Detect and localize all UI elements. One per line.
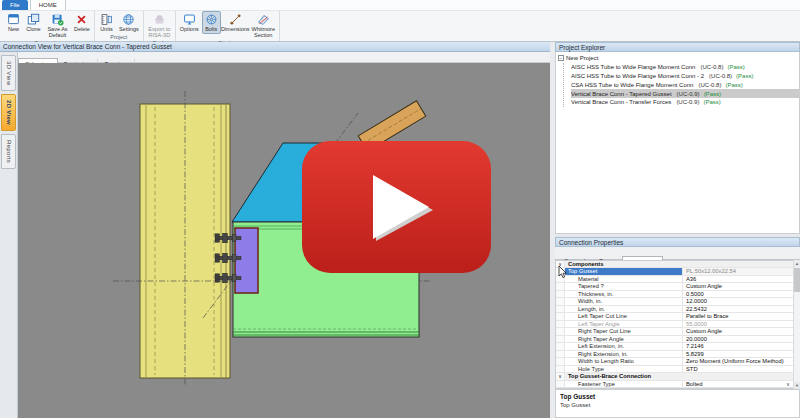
expander-chevron-icon[interactable]: ∨ [556, 261, 565, 267]
property-value[interactable]: 0.5000 [683, 291, 799, 297]
property-row-right-extension-in[interactable]: Right Extension, in.5.8299 [556, 351, 799, 358]
whitmore-section-icon [256, 13, 271, 26]
dock-tab-reports[interactable]: Reports [1, 134, 16, 169]
tree-item-aisc-hss-tube-to-wide-flange-moment-conn-2[interactable]: AISC HSS Tube to Wide Flange Moment Conn… [571, 72, 799, 81]
property-row-width-to-length-ratio[interactable]: Width to Length RatioZero Moment (Unifor… [556, 358, 799, 365]
export-to-risa-3d-button: Export to RISA-3D [146, 11, 173, 40]
property-description-body: Top Gusset [560, 402, 795, 408]
drawing-canvas[interactable] [18, 63, 550, 418]
property-grid-scrollbar[interactable]: ▲ ▼ [793, 260, 800, 389]
delete-button[interactable]: Delete [72, 11, 92, 34]
dock-tab-label: 3D View [6, 61, 12, 85]
tree-item-name: Vertical Brace Conn - Transfer Forces [571, 99, 671, 105]
property-row-top-gusset-brace-connection[interactable]: ∨Top Gusset-Brace Connection [556, 373, 799, 380]
dropdown-chevron-icon[interactable]: ∨ [786, 381, 790, 387]
row-gutter [556, 358, 565, 364]
property-row-fastener-type[interactable]: Fastener TypeBolted∨ [556, 381, 799, 388]
new-button[interactable]: New [4, 11, 23, 34]
property-value[interactable]: Custom Angle [683, 283, 799, 289]
tree-root-row[interactable]: −New Project [558, 54, 799, 63]
tree-item-status: (Pass) [725, 82, 742, 88]
options-button[interactable]: Options [178, 11, 201, 34]
left-dock-tab-strip: 3D View2D ViewReports [0, 52, 18, 418]
property-label: Components [565, 261, 799, 267]
tree-item-csa-hss-tube-to-wide-flange-moment-conn[interactable]: CSA HSS Tube to Wide Flange Moment Conn(… [571, 80, 799, 89]
property-row-components[interactable]: ∨Components [556, 261, 799, 268]
property-value[interactable]: A36 [683, 276, 799, 282]
ribbon: FileHOME NewCloneSave As DefaultDeleteCo… [0, 0, 800, 42]
property-row-width-in[interactable]: Width, in.12.0000 [556, 298, 799, 305]
property-label: Top Gusset [565, 268, 683, 274]
property-value[interactable]: 20.0000 [683, 336, 799, 342]
property-row-tapered[interactable]: Tapered ?Custom Angle [556, 283, 799, 290]
button-label: New [8, 26, 19, 32]
property-label: Right Taper Cut Line [565, 328, 683, 334]
units-icon [99, 13, 114, 26]
property-row-left-taper-angle[interactable]: Left Taper Angle55.0000 [556, 321, 799, 328]
dimensions-button[interactable]: Dimensions [222, 11, 249, 34]
expander-chevron-icon[interactable]: ∨ [556, 268, 565, 274]
row-gutter [556, 321, 565, 327]
settings-icon [121, 13, 136, 26]
clone-button[interactable]: Clone [24, 11, 43, 34]
property-value[interactable]: 5.8299 [683, 351, 799, 357]
property-value[interactable]: 55.0000 [683, 321, 799, 327]
property-value[interactable]: 12.0000 [683, 298, 799, 304]
property-value[interactable]: Bolted∨ [683, 381, 799, 387]
property-value[interactable]: Parallel to Brace [683, 313, 799, 319]
row-gutter [556, 366, 565, 372]
tree-root-label: New Project [566, 55, 598, 61]
connection-properties-header: Connection Properties [555, 237, 800, 247]
scroll-up-arrow-icon[interactable]: ▲ [794, 260, 800, 267]
property-row-left-taper-cut-line[interactable]: Left Taper Cut LineParallel to Brace [556, 313, 799, 320]
property-value[interactable]: Zero Moment (Uniform Force Method) [683, 358, 799, 364]
dock-tab-3d-view[interactable]: 3D View [1, 55, 16, 91]
property-row-thickness-in[interactable]: Thickness, in.0.5000 [556, 291, 799, 298]
tree-item-name: AISC HSS Tube to Wide Flange Moment Conn [571, 64, 695, 70]
right-dock-panel: Project Explorer −New ProjectAISC HSS Tu… [555, 42, 800, 418]
property-value[interactable]: PL.50x12.00x22.54 [683, 268, 799, 274]
button-label: Save As Default [46, 26, 69, 38]
ribbon-tab-strip: FileHOME [0, 0, 800, 11]
tree-item-vertical-brace-conn-tapered-gusset[interactable]: Vertical Brace Conn - Tapered Gusset(UC-… [571, 89, 799, 98]
row-gutter [556, 381, 565, 387]
tree-item-aisc-hss-tube-to-wide-flange-moment-conn[interactable]: AISC HSS Tube to Wide Flange Moment Conn… [571, 63, 799, 72]
property-label: Material [565, 276, 683, 282]
save-as-default-button[interactable]: Save As Default [44, 11, 71, 40]
property-row-left-extension-in[interactable]: Left Extension, in.7.2146 [556, 343, 799, 350]
button-label: Clone [26, 26, 40, 32]
whitmore-section-button[interactable]: Whitmore Section [250, 11, 277, 40]
property-row-right-taper-cut-line[interactable]: Right Taper Cut LineCustom Angle [556, 328, 799, 335]
property-value[interactable]: 22.5432 [683, 306, 799, 312]
project-explorer-tree: −New ProjectAISC HSS Tube to Wide Flange… [555, 52, 800, 234]
ribbon-tab-file[interactable]: File [2, 0, 28, 10]
property-row-length-in[interactable]: Length, in.22.5432 [556, 306, 799, 313]
tree-item-vertical-brace-conn-transfer-forces[interactable]: Vertical Brace Conn - Transfer Forces(UC… [571, 98, 799, 107]
property-row-top-gusset[interactable]: ∨Top GussetPL.50x12.00x22.54 [556, 268, 799, 275]
property-value[interactable]: STD [683, 366, 799, 372]
scroll-down-arrow-icon[interactable]: ▼ [794, 382, 800, 389]
tree-item-uc: (UC-0.9) [676, 99, 699, 105]
save-as-default-icon [50, 13, 65, 26]
video-play-button[interactable] [302, 141, 491, 273]
property-row-right-taper-angle[interactable]: Right Taper Angle20.0000 [556, 336, 799, 343]
button-label: Settings [119, 26, 139, 32]
row-gutter [556, 306, 565, 312]
ribbon-group-project: UnitsSettingsProject [95, 11, 144, 41]
property-row-hole-type[interactable]: Hole TypeSTD [556, 366, 799, 373]
collapse-expander-icon[interactable]: − [558, 55, 564, 61]
dock-tab-2d-view[interactable]: 2D View [1, 94, 16, 131]
property-value[interactable]: Custom Angle [683, 328, 799, 334]
connection-drawing [18, 63, 550, 418]
property-grid: ∨Components∨Top GussetPL.50x12.00x22.54M… [555, 260, 800, 389]
settings-button[interactable]: Settings [117, 11, 141, 34]
ribbon-tab-home[interactable]: HOME [30, 0, 66, 10]
property-label: Left Taper Angle [565, 321, 683, 327]
expander-chevron-icon[interactable]: ∨ [556, 373, 565, 379]
scrollbar-thumb[interactable] [794, 268, 800, 292]
property-row-material[interactable]: MaterialA36 [556, 276, 799, 283]
tree-item-name: CSA HSS Tube to Wide Flange Moment Conn [571, 82, 693, 88]
units-button[interactable]: Units [97, 11, 116, 34]
bolts-button[interactable]: Bolts [202, 11, 221, 34]
property-value[interactable]: 7.2146 [683, 343, 799, 349]
